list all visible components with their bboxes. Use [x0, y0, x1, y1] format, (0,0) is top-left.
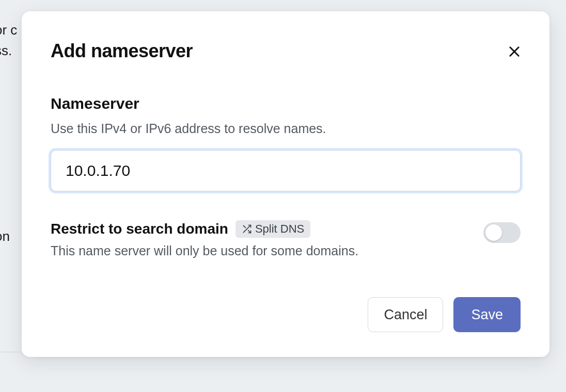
cancel-button[interactable]: Cancel — [368, 297, 443, 332]
background-text: on — [0, 227, 10, 246]
restrict-domain-section: Restrict to search domain Split DNS This… — [51, 220, 521, 260]
background-divider — [0, 352, 21, 352]
nameserver-help-text: Use this IPv4 or IPv6 address to resolve… — [51, 120, 521, 138]
shuffle-icon — [242, 224, 252, 234]
modal-title: Add nameserver — [51, 40, 193, 62]
svg-line-4 — [243, 225, 245, 227]
add-nameserver-modal: Add nameserver Nameserver Use this IPv4 … — [22, 11, 549, 357]
modal-footer: Cancel Save — [51, 297, 521, 332]
split-dns-badge-label: Split DNS — [255, 222, 304, 236]
split-dns-badge: Split DNS — [235, 220, 310, 238]
close-icon — [507, 44, 522, 59]
nameserver-label: Nameserver — [51, 95, 521, 112]
nameserver-field-section: Nameserver Use this IPv4 or IPv6 address… — [51, 95, 521, 191]
restrict-domain-description: This name server will only be used for s… — [51, 242, 483, 260]
nameserver-input[interactable] — [51, 150, 521, 191]
restrict-domain-toggle[interactable] — [483, 222, 521, 243]
modal-header: Add nameserver — [51, 40, 521, 62]
save-button[interactable]: Save — [453, 297, 521, 332]
restrict-domain-info: Restrict to search domain Split DNS This… — [51, 220, 483, 260]
background-text: or c — [0, 21, 17, 39]
restrict-domain-header: Restrict to search domain Split DNS — [51, 220, 483, 238]
toggle-knob — [485, 224, 502, 241]
close-button[interactable] — [505, 42, 524, 61]
background-text: ss. — [0, 41, 12, 60]
restrict-domain-title: Restrict to search domain — [51, 221, 228, 237]
